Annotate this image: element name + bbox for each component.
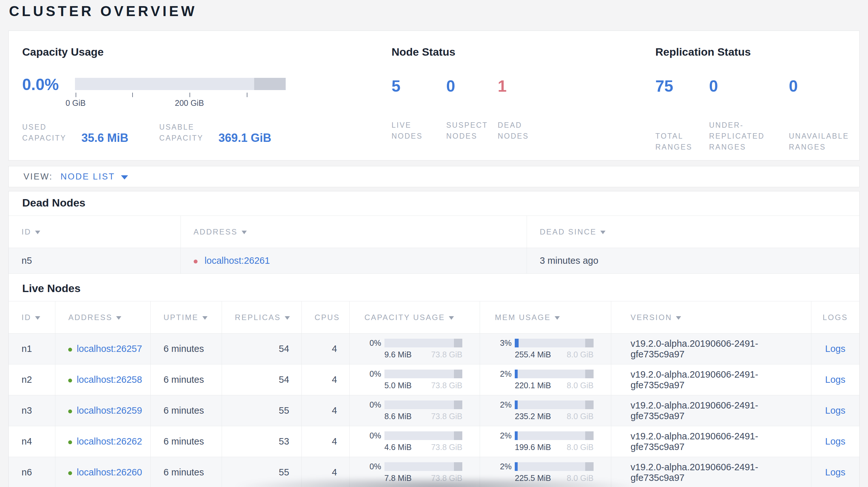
view-selector-dropdown[interactable]: NODE LIST bbox=[60, 172, 128, 182]
capacity-gauge-bar: 0 GiB 200 GiB bbox=[75, 78, 286, 91]
replication-stats: 75 0 0 TOTAL RANGES UNDER-REPLICATED RAN… bbox=[655, 76, 859, 153]
logs-link[interactable]: Logs bbox=[825, 344, 845, 354]
sort-desc-icon bbox=[676, 316, 681, 320]
logs-link[interactable]: Logs bbox=[825, 375, 845, 385]
node-logs-cell: Logs bbox=[811, 364, 859, 395]
node-capacity-usage-cell: 0% 4.6 MiB73.8 GiB bbox=[349, 426, 480, 457]
used-capacity-label: USED CAPACITY bbox=[22, 122, 74, 143]
usable-capacity-stat: USABLE CAPACITY 369.1 GiB bbox=[159, 122, 271, 143]
node-replicas: 54 bbox=[222, 333, 302, 364]
node-id: n4 bbox=[9, 426, 55, 457]
node-version: v19.2.0-alpha.20190606-2491-gfe735c9a97 bbox=[611, 395, 811, 426]
node-address-cell: localhost:26257 bbox=[55, 333, 151, 364]
node-id: n3 bbox=[9, 395, 55, 426]
usable-capacity-value: 369.1 GiB bbox=[218, 131, 271, 145]
logs-link[interactable]: Logs bbox=[825, 467, 845, 477]
replication-status-panel: Replication Status 75 0 0 TOTAL RANGES U… bbox=[655, 31, 859, 160]
node-replicas: 55 bbox=[222, 457, 302, 487]
axis-tick bbox=[247, 93, 247, 97]
axis-tick bbox=[189, 93, 190, 97]
live-col-header-replicas[interactable]: REPLICAS bbox=[222, 301, 302, 333]
node-logs-cell: Logs bbox=[811, 395, 859, 426]
node-address-link[interactable]: localhost:26262 bbox=[76, 436, 142, 447]
capacity-percent-value: 0.0% bbox=[22, 78, 75, 91]
live-nodes-table: ID ADDRESS UPTIME REPLICAS CPUS CAPACITY… bbox=[9, 301, 859, 487]
dead-status-dot-icon bbox=[194, 260, 197, 263]
node-status-panel: Node Status 5 0 1 LIVE NODES SUSPECT NOD… bbox=[392, 31, 655, 160]
live-nodes-label: LIVE NODES bbox=[392, 120, 437, 141]
axis-tick bbox=[132, 93, 133, 97]
sort-desc-icon bbox=[449, 316, 454, 320]
mem-usage-bar bbox=[515, 431, 594, 440]
logs-link[interactable]: Logs bbox=[825, 405, 845, 416]
unavailable-ranges-count: 0 bbox=[789, 76, 859, 96]
capacity-gauge-track bbox=[75, 78, 286, 90]
dead-col-header-id[interactable]: ID bbox=[9, 216, 181, 248]
logs-link[interactable]: Logs bbox=[825, 436, 845, 447]
capacity-usage-bar bbox=[384, 339, 463, 347]
node-address-cell: localhost:26260 bbox=[55, 457, 151, 487]
sort-desc-icon bbox=[116, 316, 121, 320]
live-status-dot-icon bbox=[68, 348, 72, 352]
dead-node-id: n5 bbox=[9, 248, 181, 274]
chevron-down-icon bbox=[121, 175, 128, 180]
dead-nodes-count: 1 bbox=[498, 76, 543, 96]
live-nodes-title: Live Nodes bbox=[9, 274, 859, 301]
dead-nodes-title: Dead Nodes bbox=[9, 191, 859, 216]
node-replicas: 54 bbox=[222, 364, 302, 395]
replication-status-title: Replication Status bbox=[655, 45, 859, 59]
node-logs-cell: Logs bbox=[811, 457, 859, 487]
node-capacity-usage-cell: 0% 7.8 MiB73.8 GiB bbox=[349, 457, 480, 487]
total-ranges-count: 75 bbox=[655, 76, 709, 96]
dead-node-row: n5 localhost:26261 3 minutes ago bbox=[9, 248, 859, 274]
live-col-header-id[interactable]: ID bbox=[9, 301, 55, 333]
sort-desc-icon bbox=[35, 231, 40, 234]
suspect-nodes-label: SUSPECT NODES bbox=[446, 120, 491, 141]
node-mem-usage-cell: 2% 220.1 MiB8.0 GiB bbox=[480, 364, 611, 395]
node-cpus: 4 bbox=[302, 426, 349, 457]
node-address-link[interactable]: localhost:26259 bbox=[76, 405, 142, 416]
node-mem-usage-cell: 3% 255.4 MiB8.0 GiB bbox=[480, 333, 611, 364]
node-logs-cell: Logs bbox=[811, 333, 859, 364]
node-replicas: 53 bbox=[222, 426, 302, 457]
node-cpus: 4 bbox=[302, 364, 349, 395]
node-cpus: 4 bbox=[302, 395, 349, 426]
under-replicated-ranges-count: 0 bbox=[709, 76, 789, 96]
mem-usage-bar bbox=[515, 339, 594, 347]
node-mem-usage-cell: 2% 225.5 MiB8.0 GiB bbox=[480, 457, 611, 487]
dead-node-address-cell: localhost:26261 bbox=[181, 248, 527, 274]
cluster-summary-card: Capacity Usage 0.0% 0 GiB 200 GiB U bbox=[8, 31, 860, 161]
node-mem-usage-cell: 2% 235.2 MiB8.0 GiB bbox=[480, 395, 611, 426]
capacity-usage-bar bbox=[384, 431, 463, 440]
node-id: n6 bbox=[9, 457, 55, 487]
sort-desc-icon bbox=[285, 316, 290, 320]
node-address-link[interactable]: localhost:26260 bbox=[76, 467, 142, 477]
nodes-tables-card: Dead Nodes ID ADDRESS DEAD SINCE n5 loca… bbox=[8, 191, 860, 487]
live-col-header-mem-usage[interactable]: MEM USAGE bbox=[480, 301, 611, 333]
node-version: v19.2.0-alpha.20190606-2491-gfe735c9a97 bbox=[611, 457, 811, 487]
page-title: CLUSTER OVERVIEW bbox=[9, 3, 197, 19]
mem-usage-bar bbox=[515, 400, 594, 409]
sort-desc-icon bbox=[203, 316, 208, 320]
node-uptime: 6 minutes bbox=[151, 395, 222, 426]
live-col-header-capacity-usage[interactable]: CAPACITY USAGE bbox=[349, 301, 480, 333]
live-col-header-version[interactable]: VERSION bbox=[611, 301, 811, 333]
node-capacity-usage-cell: 0% 9.6 MiB73.8 GiB bbox=[349, 333, 480, 364]
live-col-header-uptime[interactable]: UPTIME bbox=[151, 301, 222, 333]
total-ranges-label: TOTAL RANGES bbox=[655, 131, 701, 153]
mem-usage-bar bbox=[515, 462, 594, 471]
node-version: v19.2.0-alpha.20190606-2491-gfe735c9a97 bbox=[611, 364, 811, 395]
node-id: n2 bbox=[9, 364, 55, 395]
dead-col-header-dead-since[interactable]: DEAD SINCE bbox=[527, 216, 859, 248]
sort-desc-icon bbox=[555, 316, 560, 320]
capacity-usage-bar bbox=[384, 462, 463, 471]
live-col-header-address[interactable]: ADDRESS bbox=[55, 301, 151, 333]
dead-node-address-link[interactable]: localhost:26261 bbox=[205, 255, 270, 266]
dead-nodes-label: DEAD NODES bbox=[498, 120, 543, 141]
dead-node-dead-since: 3 minutes ago bbox=[527, 248, 859, 274]
node-address-link[interactable]: localhost:26257 bbox=[76, 344, 142, 354]
live-col-header-cpus[interactable]: CPUS bbox=[302, 301, 349, 333]
dead-col-header-address[interactable]: ADDRESS bbox=[181, 216, 527, 248]
live-node-row: n3 localhost:26259 6 minutes 55 4 0% 8.6… bbox=[9, 395, 859, 426]
node-address-link[interactable]: localhost:26258 bbox=[76, 375, 142, 385]
